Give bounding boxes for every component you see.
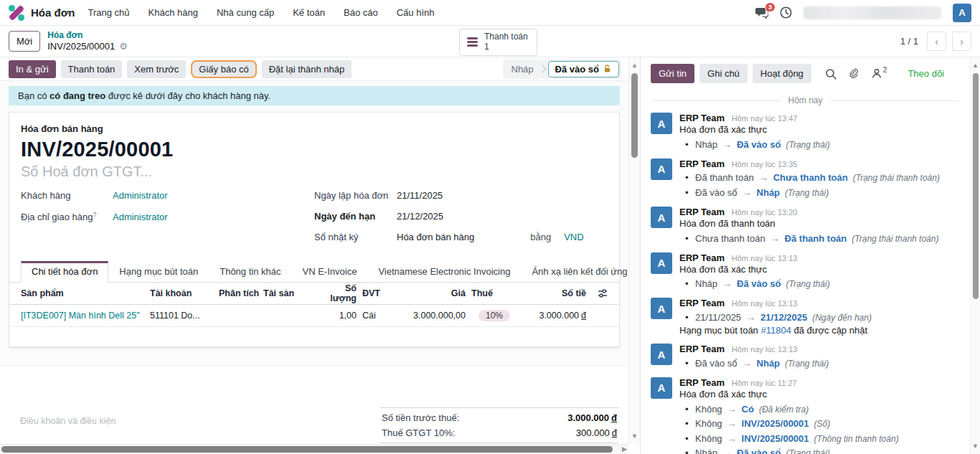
currency-value[interactable]: VND xyxy=(564,232,583,242)
scroll-up-icon[interactable]: ▲ xyxy=(971,62,980,69)
column-tax[interactable]: Thuế xyxy=(471,288,517,298)
tracking-change: Nháp→Đã vào sổ(Trạng thái) xyxy=(684,277,964,292)
column-product[interactable]: Sản phẩm xyxy=(21,288,150,298)
reset-to-draft-button[interactable]: Đặt lại thành nháp xyxy=(262,60,352,78)
message-author: ERP Team xyxy=(679,113,725,123)
user-avatar[interactable]: A xyxy=(953,4,971,22)
preview-button[interactable]: Xem trước xyxy=(127,60,186,78)
tracking-change: Chưa thanh toán→Đã thanh toán(Trạng thái… xyxy=(684,231,964,246)
tab-other-info[interactable]: Thông tin khác xyxy=(209,261,291,282)
main-menu: Trang chủ Khách hàng Nhà cung cấp Kế toá… xyxy=(88,7,435,18)
menu-item-home[interactable]: Trang chủ xyxy=(88,7,130,18)
activities-button[interactable]: Hoạt động xyxy=(753,64,811,83)
pager-next-button[interactable]: › xyxy=(952,32,971,51)
terms-placeholder[interactable]: Điều khoản và điều kiện xyxy=(20,407,116,444)
message-avatar: A xyxy=(651,207,672,228)
form-horizontal-scrollbar[interactable]: ▶ xyxy=(0,444,628,454)
column-amount[interactable]: Số tiề xyxy=(517,288,592,298)
menu-item-customers[interactable]: Khách hàng xyxy=(149,7,198,18)
tracking-change: Không→INV/2025/00001(Thông tin thanh toá… xyxy=(684,431,964,446)
chatter: Gửi tin Ghi chú Hoạt động 2 Theo dõi xyxy=(640,57,980,454)
menu-item-accounting[interactable]: Kế toán xyxy=(293,7,325,18)
menu-item-config[interactable]: Cấu hình xyxy=(397,7,435,18)
tax-amount-label: Thuế GTGT 10%: xyxy=(382,427,455,438)
document-type-label: Hóa đơn bán hàng xyxy=(21,123,608,134)
line-price[interactable]: 3.000.000,00 xyxy=(392,311,471,321)
delivery-address-value[interactable]: Administrator xyxy=(113,212,168,222)
tracking-changes: Đã vào sổ→Nháp(Trạng thái) xyxy=(684,356,964,371)
credit-note-button[interactable]: Giấy báo có xyxy=(191,60,256,78)
journal-item-link[interactable]: #11804 xyxy=(760,325,791,336)
message-text: Hóa đơn đã thanh toán xyxy=(679,218,964,230)
print-send-button[interactable]: In & gửi xyxy=(9,60,56,78)
vat-invoice-number-placeholder[interactable]: Số Hoá đơn GTGT... xyxy=(21,164,608,180)
column-quantity[interactable]: Số lượng xyxy=(316,283,362,303)
message-text: Hóa đơn đã xác thực xyxy=(679,389,964,401)
tax-amount-value: 300.000đ xyxy=(576,427,617,438)
column-price[interactable]: Giá xyxy=(392,288,471,298)
breadcrumb-link[interactable]: Hóa đơn xyxy=(47,30,128,41)
column-analytic[interactable]: Phân tích xyxy=(219,288,263,298)
follow-button[interactable]: Theo dõi xyxy=(908,68,944,79)
column-uom[interactable]: ĐVT xyxy=(362,288,392,298)
scrollbar-thumb[interactable] xyxy=(631,73,638,158)
column-asset[interactable]: Tài sản xyxy=(263,288,316,298)
invoice-date-value[interactable]: 21/11/2025 xyxy=(397,190,443,201)
line-product[interactable]: [IT3DE007] Màn hình Dell 25'' xyxy=(21,311,150,321)
scroll-right-icon[interactable]: ▶ xyxy=(622,445,627,453)
form-view: In & gửi Thanh toán Xem trước Giấy báo c… xyxy=(0,57,640,454)
outstanding-credits-link[interactable]: có đang treo xyxy=(50,90,105,101)
add-line-row[interactable] xyxy=(9,327,619,347)
chatter-scrollbar[interactable]: ▲ ▼ xyxy=(970,57,980,454)
payments-smart-button[interactable]: Thanh toán 1 xyxy=(459,29,537,56)
line-account[interactable]: 511101 Do... xyxy=(150,311,219,321)
due-date-value[interactable]: 21/12/2025 xyxy=(397,211,443,222)
line-tax-badge[interactable]: 10% xyxy=(479,310,510,321)
followers-icon[interactable]: 2 xyxy=(872,68,887,79)
message-author: ERP Team xyxy=(679,298,725,308)
control-panel: Mới Hóa đơn INV/2025/00001 ⚙ Thanh toán … xyxy=(0,26,980,57)
scrollbar-thumb[interactable] xyxy=(1,446,613,453)
messages-icon[interactable]: 3 xyxy=(755,7,768,19)
tab-counterpart-mapping[interactable]: Ánh xạ liên kết đối ứng xyxy=(521,261,628,282)
tracking-change: Đã thanh toán→Chưa thanh toán(Trạng thái… xyxy=(684,171,964,186)
settings-gear-icon[interactable]: ⚙ xyxy=(119,41,128,52)
form-vertical-scrollbar[interactable]: ▲ ▼ xyxy=(628,57,640,444)
tab-vietnamese-electronic-invoicing[interactable]: Vietnamese Electronic Invoicing xyxy=(367,261,521,282)
menu-item-reports[interactable]: Báo cáo xyxy=(344,7,378,18)
search-icon[interactable] xyxy=(825,68,837,80)
optional-columns-icon[interactable] xyxy=(598,288,608,298)
tracking-change: 21/11/2025→21/12/2025(Ngày đến hạn) xyxy=(684,311,964,326)
line-amount: 3.000.000đ xyxy=(517,311,592,321)
new-button[interactable]: Mới xyxy=(9,31,40,52)
company-name-blurred[interactable] xyxy=(804,6,941,19)
tracking-change: Nháp→Đã vào sổ(Trạng thái) xyxy=(684,137,964,152)
tracking-change: Không→Có(Đã kiểm tra) xyxy=(684,402,964,417)
activity-clock-icon[interactable] xyxy=(780,6,792,19)
journal-value[interactable]: Hóa đơn bán hàng xyxy=(397,232,474,242)
scroll-down-icon[interactable]: ▼ xyxy=(629,432,640,440)
log-note-button[interactable]: Ghi chú xyxy=(699,64,748,83)
message-author: ERP Team xyxy=(679,159,725,169)
tab-invoice-lines[interactable]: Chi tiết hóa đơn xyxy=(21,261,108,283)
line-quantity[interactable]: 1,00 xyxy=(316,311,362,321)
send-message-button[interactable]: Gửi tin xyxy=(651,64,694,83)
invoice-sheet: Hóa đơn bán hàng INV/2025/00001 Số Hoá đ… xyxy=(9,112,620,348)
status-draft[interactable]: Nháp xyxy=(503,62,542,77)
pager-previous-button[interactable]: ‹ xyxy=(927,32,946,51)
invoice-line-row[interactable]: [IT3DE007] Màn hình Dell 25'' 511101 Do.… xyxy=(9,305,619,327)
app-brand[interactable]: Hóa đơn xyxy=(9,5,75,21)
tab-journal-items[interactable]: Hạng mục bút toán xyxy=(108,261,209,282)
line-uom[interactable]: Cái xyxy=(362,311,392,321)
tab-vn-einvoice[interactable]: VN E-Invoice xyxy=(292,261,368,282)
scroll-down-icon[interactable]: ▼ xyxy=(971,443,980,450)
customer-value[interactable]: Administrator xyxy=(113,190,168,201)
paperclip-icon[interactable] xyxy=(849,68,859,80)
message-text: Hóa đơn đã xác thực xyxy=(679,264,964,276)
scroll-up-icon[interactable]: ▲ xyxy=(629,62,640,69)
register-payment-button[interactable]: Thanh toán xyxy=(61,60,123,78)
status-posted[interactable]: Đã vào sổ xyxy=(548,61,619,77)
scrollbar-thumb[interactable] xyxy=(973,73,979,299)
column-account[interactable]: Tài khoản xyxy=(150,288,219,298)
menu-item-vendors[interactable]: Nhà cung cấp xyxy=(217,7,274,18)
